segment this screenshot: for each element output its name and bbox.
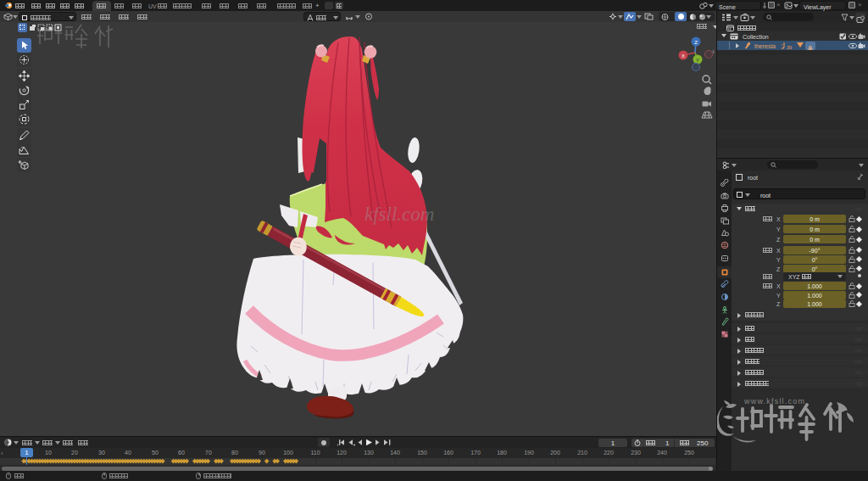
svg-text:X: X: [682, 53, 685, 59]
svg-text:Z: Z: [694, 40, 698, 45]
svg-text:39: 39: [787, 45, 792, 50]
svg-text:Y: Y: [696, 58, 699, 63]
